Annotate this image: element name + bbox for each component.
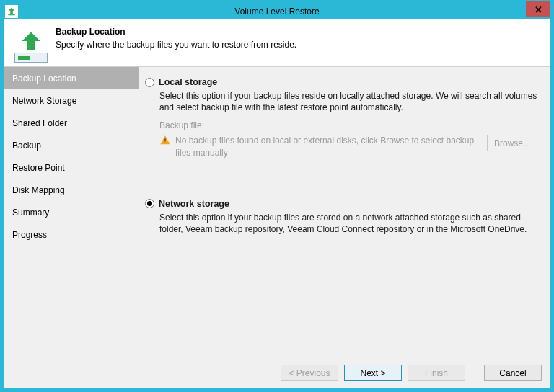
browse-button[interactable]: Browse...: [487, 135, 537, 151]
page-title: Backup Location: [56, 27, 296, 37]
close-button[interactable]: ✕: [526, 1, 550, 17]
page-subtitle: Specify where the backup files you want …: [56, 40, 296, 50]
sidebar-item-backup[interactable]: Backup: [4, 134, 139, 156]
radio-local-storage[interactable]: [145, 78, 154, 87]
window-title: Volume Level Restore: [234, 6, 319, 17]
previous-button[interactable]: < Previous: [281, 365, 338, 381]
dialog-window: Volume Level Restore ✕ Backup Location S…: [0, 0, 554, 392]
option-description: Select this option if your backup files …: [159, 212, 537, 235]
header: Backup Location Specify where the backup…: [4, 19, 550, 67]
footer: < Previous Next > Finish Cancel: [4, 357, 550, 388]
sidebar: Backup Location Network Storage Shared F…: [4, 67, 139, 357]
sidebar-item-network-storage[interactable]: Network Storage: [4, 89, 139, 112]
backup-warning-text: No backup files found on local or extern…: [175, 135, 483, 158]
sidebar-item-shared-folder[interactable]: Shared Folder: [4, 112, 139, 134]
sidebar-item-label: Progress: [12, 230, 47, 240]
svg-rect-0: [8, 14, 14, 15]
option-title: Network storage: [159, 199, 229, 209]
option-description: Select this option if your backup files …: [159, 90, 537, 113]
option-local-storage: Local storage Select this option if your…: [145, 77, 537, 159]
finish-button[interactable]: Finish: [408, 365, 465, 381]
radio-network-storage[interactable]: [145, 199, 154, 208]
warning-icon: [159, 135, 171, 146]
sidebar-item-disk-mapping[interactable]: Disk Mapping: [4, 179, 139, 201]
header-icon: [11, 27, 51, 67]
next-button[interactable]: Next >: [344, 365, 402, 381]
sidebar-item-label: Shared Folder: [12, 118, 67, 128]
app-icon: [5, 5, 18, 18]
header-text: Backup Location Specify where the backup…: [56, 25, 296, 50]
backup-file-label: Backup file:: [159, 120, 537, 130]
sidebar-item-restore-point[interactable]: Restore Point: [4, 156, 139, 179]
drive-icon: [14, 53, 48, 63]
sidebar-item-label: Network Storage: [12, 96, 76, 106]
sidebar-item-backup-location[interactable]: Backup Location: [4, 67, 139, 89]
titlebar: Volume Level Restore ✕: [4, 4, 550, 19]
sidebar-item-progress[interactable]: Progress: [4, 223, 139, 246]
sidebar-item-label: Backup Location: [12, 74, 76, 84]
svg-rect-2: [164, 143, 165, 143]
sidebar-item-summary[interactable]: Summary: [4, 201, 139, 223]
sidebar-item-label: Disk Mapping: [12, 185, 65, 195]
option-network-storage: Network storage Select this option if yo…: [145, 199, 537, 235]
svg-rect-1: [164, 139, 165, 142]
option-title: Local storage: [159, 77, 217, 87]
sidebar-item-label: Summary: [12, 208, 49, 218]
sidebar-item-label: Restore Point: [12, 163, 65, 173]
body: Backup Location Network Storage Shared F…: [4, 67, 550, 357]
main-panel: Local storage Select this option if your…: [139, 67, 550, 357]
cancel-button[interactable]: Cancel: [484, 365, 542, 381]
sidebar-item-label: Backup: [12, 141, 41, 151]
